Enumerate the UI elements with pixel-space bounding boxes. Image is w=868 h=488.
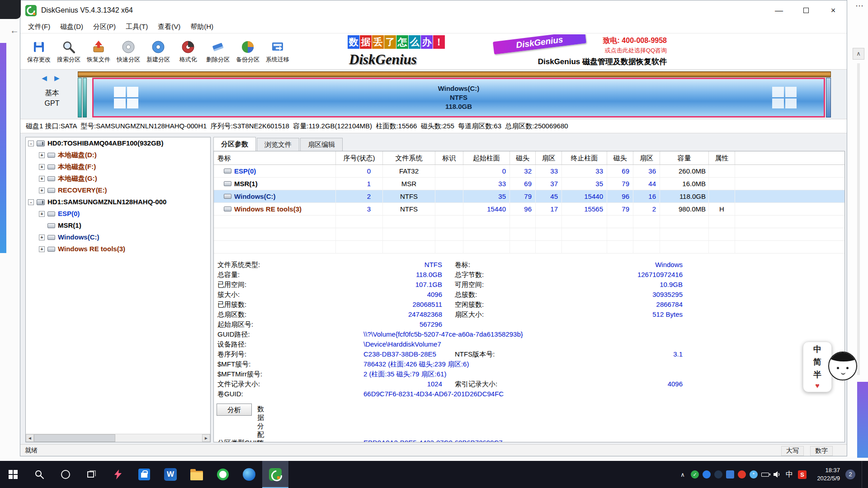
ime-mode-simplified[interactable]: 简 (813, 357, 821, 367)
col-capacity[interactable]: 容量 (660, 151, 709, 164)
ime-mode-chinese[interactable]: 中 (813, 344, 821, 355)
tree-item-windows-re[interactable]: +Windows RE tools(3) (26, 243, 210, 255)
sogou-ime-icon[interactable]: S (798, 470, 807, 479)
ime-mode-halfwidth[interactable]: 半 (813, 369, 821, 380)
col-index-status[interactable]: 序号(状态) (336, 151, 383, 164)
scroll-up-icon[interactable]: ∧ (853, 48, 864, 60)
tab-partition-parameters[interactable]: 分区参数 (213, 137, 256, 151)
format-button[interactable]: 格式化 (173, 35, 203, 68)
browser-back-icon[interactable]: ← (10, 25, 19, 36)
delete-partition-button[interactable]: 删除分区 (203, 35, 233, 68)
scroll-right-icon[interactable]: ► (202, 434, 210, 442)
heart-icon[interactable]: ♥ (815, 382, 820, 390)
notification-badge[interactable]: 2 (845, 469, 855, 479)
pinned-app-word[interactable]: W (157, 461, 184, 488)
tree-item-local-f[interactable]: +本地磁盘(F:) (26, 161, 210, 173)
tree-item-hd0[interactable]: -HD0:TOSHIBAMQ04ABF100(932GB) (26, 137, 210, 149)
expand-icon[interactable]: + (39, 246, 45, 252)
ad-phone-number[interactable]: 致电: 400-008-9958 (603, 36, 667, 46)
menu-file[interactable]: 文件(F) (23, 20, 55, 33)
tray-qq-icon[interactable] (714, 470, 722, 479)
col-end-head[interactable]: 磁头 (607, 151, 633, 164)
collapse-icon[interactable]: - (28, 141, 34, 146)
partition-bar-msr[interactable] (83, 78, 87, 117)
taskbar-clock[interactable]: 18:37 2022/5/9 (810, 466, 840, 482)
tab-browse-files[interactable]: 浏览文件 (257, 138, 299, 151)
expand-icon[interactable]: + (39, 235, 45, 240)
search-partition-button[interactable]: 搜索分区 (54, 35, 84, 68)
tray-chevron-up-icon[interactable]: ∧ (678, 471, 687, 478)
system-migrate-button[interactable]: 系统迁移 (263, 35, 292, 68)
new-partition-button[interactable]: 新建分区 (143, 35, 173, 68)
expand-icon[interactable]: + (39, 211, 45, 217)
partition-bar-windows-c[interactable]: Windows(C:) NTFS 118.0GB (92, 78, 825, 117)
table-row-esp[interactable]: ESP(0) 0 FAT32 0 32 33 33 69 36 260.0MB (214, 165, 844, 178)
expand-icon[interactable]: + (39, 152, 45, 158)
tree-horizontal-scrollbar[interactable]: ◄ ► (26, 434, 210, 442)
col-start-cylinder[interactable]: 起始柱面 (463, 151, 510, 164)
partition-bar-re-tools[interactable] (826, 78, 831, 117)
col-end-cylinder[interactable]: 终止柱面 (562, 151, 607, 164)
scroll-left-icon[interactable]: ◄ (26, 434, 34, 442)
col-filesystem[interactable]: 文件系统 (383, 151, 435, 164)
ad-qq-link[interactable]: 或点击此处选择QQ咨询 (605, 47, 667, 55)
menu-view[interactable]: 查看(V) (153, 20, 185, 33)
tray-snowflake-icon[interactable]: * (750, 470, 758, 479)
show-desktop-button[interactable] (862, 461, 864, 488)
partition-bar-esp[interactable] (78, 78, 82, 117)
tree-item-windows-c[interactable]: +Windows(C:) (26, 231, 210, 243)
whole-disk-bar[interactable] (78, 71, 831, 77)
scrollbar-thumb[interactable] (34, 434, 115, 442)
tree-item-local-g[interactable]: +本地磁盘(G:) (26, 173, 210, 184)
expand-icon[interactable]: + (39, 188, 45, 193)
tree-item-msr[interactable]: MSR(1) (26, 220, 210, 231)
tree-item-recovery-e[interactable]: +RECOVERY(E:) (26, 184, 210, 196)
disk-nav-right-icon[interactable]: ▶ (54, 74, 62, 82)
battery-icon[interactable] (761, 473, 769, 477)
pinned-app-green-browser[interactable] (210, 461, 236, 488)
tray-cloud-icon[interactable] (703, 470, 711, 479)
ime-panel[interactable]: 中 简 半 ♥ (803, 342, 832, 392)
table-row-windows-re[interactable]: Windows RE tools(3) 3 NTFS 15440 96 17 1… (214, 203, 844, 216)
background-scrollbar[interactable] (857, 63, 860, 375)
close-button[interactable]: × (820, 0, 847, 20)
pinned-app-store[interactable] (131, 461, 157, 488)
col-volume-label[interactable]: 卷标 (214, 151, 336, 164)
expand-icon[interactable]: + (39, 176, 45, 182)
tray-security-icon[interactable]: ✓ (691, 470, 699, 479)
taskbar-search-button[interactable] (26, 461, 52, 488)
expand-icon[interactable]: + (39, 164, 45, 170)
menu-tools[interactable]: 工具(T) (121, 20, 153, 33)
col-start-sector[interactable]: 扇区 (536, 151, 562, 164)
ime-mascot-avatar[interactable] (828, 352, 857, 380)
cortana-button[interactable] (52, 461, 79, 488)
pinned-app-lightning[interactable] (105, 461, 131, 488)
minimize-button[interactable]: — (765, 0, 793, 20)
tree-item-esp[interactable]: +ESP(0) (26, 208, 210, 220)
more-options-icon[interactable]: ⋯ (855, 1, 863, 11)
quick-partition-button[interactable]: 快速分区 (113, 35, 143, 68)
table-row-windows-c-selected[interactable]: Windows(C:) 2 NTFS 35 79 45 15440 96 16 … (214, 190, 844, 203)
tray-app-icon[interactable] (726, 470, 734, 479)
ad-banner[interactable]: 数 据 丢 了 怎 么 办 ！ DiskGenius DiskGenius 致电… (346, 34, 670, 69)
taskbar-diskgenius-button[interactable] (262, 461, 288, 488)
col-start-head[interactable]: 磁头 (510, 151, 536, 164)
pinned-app-edge[interactable] (236, 461, 262, 488)
col-flag[interactable]: 标识 (435, 151, 463, 164)
recover-files-button[interactable]: 恢复文件 (84, 35, 113, 68)
menu-partition[interactable]: 分区(P) (88, 20, 121, 33)
volume-icon[interactable] (773, 470, 781, 479)
tree-item-local-d[interactable]: +本地磁盘(D:) (26, 149, 210, 161)
backup-partition-button[interactable]: 备份分区 (233, 35, 263, 68)
tab-sector-edit[interactable]: 扇区编辑 (300, 138, 343, 151)
col-end-sector[interactable]: 扇区 (633, 151, 660, 164)
menu-disk[interactable]: 磁盘(D) (55, 20, 88, 33)
save-changes-button[interactable]: 保存更改 (24, 35, 54, 68)
collapse-icon[interactable]: - (28, 199, 34, 205)
task-view-button[interactable] (79, 461, 105, 488)
input-language-indicator[interactable]: 中 (784, 470, 794, 479)
tray-netease-icon[interactable] (738, 470, 746, 479)
tree-item-hd1[interactable]: -HD1:SAMSUNGMZNLN128HAHQ-000 (26, 196, 210, 208)
pinned-app-file-explorer[interactable] (184, 461, 210, 488)
disk-nav-left-icon[interactable]: ◀ (42, 74, 50, 82)
